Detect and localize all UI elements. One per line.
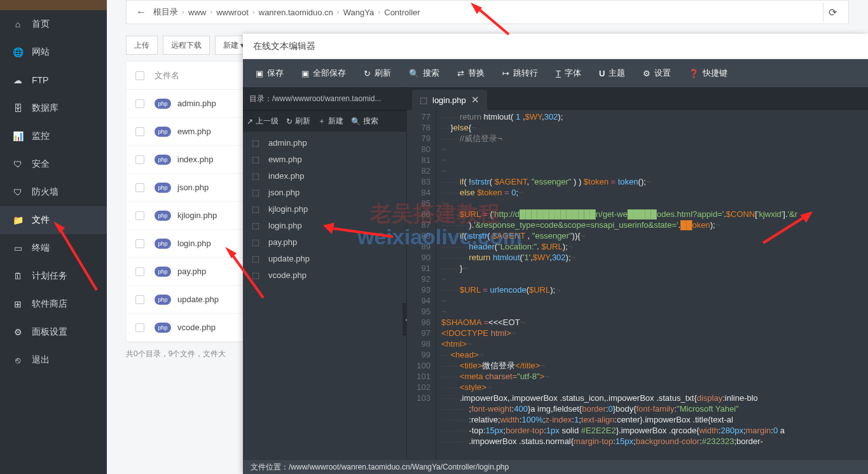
close-icon[interactable]: ✕	[471, 94, 479, 106]
refresh-icon: ↻	[364, 69, 371, 78]
sidebar-item-monitor[interactable]: 📊监控	[0, 122, 107, 150]
php-file-icon: php	[155, 183, 171, 193]
cron-icon: 🗓	[11, 270, 24, 282]
row-checkbox[interactable]	[135, 155, 144, 164]
editor-tabs: ⬚ login.php ✕	[407, 87, 868, 110]
editor-settings-button[interactable]: ⚙设置	[634, 59, 680, 87]
sidebar-item-label: 计划任务	[32, 270, 67, 282]
search-icon: 🔍	[409, 69, 419, 78]
php-file-icon: php	[155, 267, 171, 277]
tree-up-button[interactable]: ↗ 上一级	[247, 116, 279, 127]
tree-file-item[interactable]: ⬚ewm.php	[243, 151, 406, 167]
php-file-icon: php	[155, 323, 171, 333]
firewall-icon: 🛡	[11, 186, 24, 199]
tree-file-item[interactable]: ⬚login.php	[243, 217, 406, 234]
globe-icon: 🌐	[11, 46, 24, 59]
editor-save-all-button[interactable]: ▣全部保存	[293, 59, 355, 87]
row-checkbox[interactable]	[135, 183, 144, 192]
tree-search-button[interactable]: 🔍 搜索	[351, 116, 378, 127]
tree-file-item[interactable]: ⬚index.php	[243, 167, 406, 184]
row-checkbox[interactable]	[135, 295, 144, 304]
font-icon: T	[556, 69, 561, 78]
sidebar-item-store[interactable]: ⊞软件商店	[0, 290, 107, 318]
sidebar-item-folder[interactable]: 📁文件	[0, 206, 107, 234]
editor-replace-button[interactable]: ⇄替换	[448, 59, 493, 87]
editor-save-button[interactable]: ▣保存	[247, 59, 293, 87]
editor-title: 在线文本编辑器	[243, 34, 868, 59]
tree-file-item[interactable]: ⬚update.php	[243, 250, 406, 267]
sidebar-item-cron[interactable]: 🗓计划任务	[0, 262, 107, 290]
editor-search-button[interactable]: 🔍搜索	[400, 59, 448, 87]
help-icon: ❓	[689, 69, 699, 78]
php-file-icon: php	[155, 211, 171, 221]
row-checkbox[interactable]	[135, 99, 144, 108]
sidebar-item-firewall[interactable]: 🛡防火墙	[0, 178, 107, 206]
breadcrumb-segment[interactable]: 根目录	[149, 6, 182, 18]
sidebar-brand-bar	[0, 0, 107, 10]
php-file-icon: ⬚	[420, 95, 427, 105]
upload-button[interactable]: 上传	[126, 36, 158, 55]
editor-refresh-button[interactable]: ↻刷新	[355, 59, 400, 87]
save-all-icon: ▣	[301, 69, 309, 78]
php-file-icon: php	[155, 239, 171, 249]
editor-code-pane: ⬚ login.php ✕ 77787980818283848586878889…	[407, 87, 868, 460]
php-file-icon: ⬚	[252, 204, 263, 213]
breadcrumb-segment[interactable]: wanren.taomiduo.cn	[255, 8, 337, 17]
breadcrumb-segment[interactable]: www	[184, 8, 210, 17]
file-name: kjlogin.php	[177, 211, 217, 220]
code-area[interactable]: 7778798081828384858687888990919293949596…	[407, 110, 868, 460]
editor-shortcuts-button[interactable]: ❓快捷键	[680, 59, 736, 87]
row-checkbox[interactable]	[135, 127, 144, 136]
breadcrumb-back-button[interactable]: ←	[133, 4, 149, 20]
exit-icon: ⎋	[11, 354, 24, 366]
tree-new-button[interactable]: ＋ 新建	[318, 116, 343, 127]
editor-goto-button[interactable]: ↦跳转行	[493, 59, 547, 87]
tree-refresh-button[interactable]: ↻ 刷新	[286, 116, 310, 127]
row-checkbox[interactable]	[135, 323, 144, 332]
tree-file-item[interactable]: ⬚json.php	[243, 184, 406, 200]
breadcrumb-segment[interactable]: WangYa	[340, 8, 378, 17]
php-file-icon: ⬚	[252, 138, 263, 147]
file-name: json.php	[177, 183, 209, 192]
row-checkbox[interactable]	[135, 239, 144, 248]
sidebar-item-label: 终端	[32, 242, 50, 254]
editor-font-button[interactable]: T字体	[547, 59, 590, 87]
tree-file-item[interactable]: ⬚kjlogin.php	[243, 200, 406, 217]
row-checkbox[interactable]	[135, 211, 144, 220]
sidebar-item-ftp[interactable]: ☁FTP	[0, 66, 107, 94]
sidebar-item-shield[interactable]: 🛡安全	[0, 150, 107, 178]
row-checkbox[interactable]	[135, 267, 144, 276]
breadcrumb-segment[interactable]: Controller	[380, 8, 424, 17]
save-icon: ▣	[256, 69, 263, 78]
ftp-icon: ☁	[11, 74, 24, 87]
file-name: ewm.php	[177, 127, 211, 136]
tree-file-item[interactable]: ⬚admin.php	[243, 134, 406, 151]
editor-panel: 在线文本编辑器 ▣保存 ▣全部保存 ↻刷新 🔍搜索 ⇄替换 ↦跳转行 T字体 U…	[243, 34, 868, 474]
tree-file-item[interactable]: ⬚vcode.php	[243, 267, 406, 283]
php-file-icon: ⬚	[252, 221, 263, 230]
editor-tab-login[interactable]: ⬚ login.php ✕	[412, 90, 487, 110]
sidebar-item-globe[interactable]: 🌐网站	[0, 38, 107, 66]
sidebar-item-terminal[interactable]: ▭终端	[0, 234, 107, 262]
tree-file-item[interactable]: ⬚pay.php	[243, 234, 406, 250]
file-name: pay.php	[177, 267, 206, 276]
sidebar-item-home[interactable]: ⌂首页	[0, 10, 107, 38]
select-all-checkbox[interactable]	[135, 71, 144, 80]
folder-icon: 📁	[11, 214, 24, 227]
php-file-icon: php	[155, 127, 171, 137]
breadcrumb-refresh-button[interactable]: ⟳	[823, 3, 842, 22]
sidebar-item-db[interactable]: 🗄数据库	[0, 94, 107, 122]
sidebar-item-label: 网站	[32, 46, 50, 58]
php-file-icon: php	[155, 155, 171, 165]
sidebar-item-exit[interactable]: ⎋退出	[0, 346, 107, 374]
php-file-icon: ⬚	[252, 237, 263, 246]
sidebar-item-gear[interactable]: ⚙面板设置	[0, 318, 107, 346]
php-file-icon: ⬚	[252, 155, 263, 164]
sidebar-item-label: 退出	[32, 354, 50, 366]
editor-file-tree: 目录：/www/wwwroot/wanren.taomid... ↗ 上一级 ↻…	[243, 87, 407, 460]
home-icon: ⌂	[11, 18, 24, 31]
remote-download-button[interactable]: 远程下载	[163, 36, 210, 55]
code-content[interactable]: ········return htmlout( 1 ,$WY,302);····…	[436, 110, 868, 460]
editor-theme-button[interactable]: U主题	[590, 59, 634, 87]
breadcrumb-segment[interactable]: wwwroot	[212, 8, 252, 17]
